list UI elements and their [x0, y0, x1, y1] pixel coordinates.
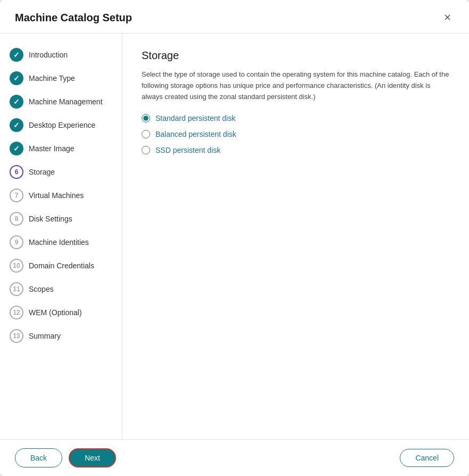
- step-icon-completed-introduction: ✓: [10, 48, 23, 62]
- step-icon-pending-virtual-machines: 7: [10, 188, 23, 202]
- sidebar-label-machine-type: Machine Type: [29, 74, 75, 83]
- sidebar-item-introduction[interactable]: ✓Introduction: [0, 43, 122, 67]
- sidebar-item-storage[interactable]: 6Storage: [0, 160, 122, 184]
- step-icon-pending-domain-credentials: 10: [10, 259, 23, 273]
- sidebar-label-virtual-machines: Virtual Machines: [29, 191, 84, 200]
- sidebar-item-virtual-machines[interactable]: 7Virtual Machines: [0, 184, 122, 207]
- storage-radio-balanced[interactable]: [142, 130, 150, 138]
- sidebar-label-domain-credentials: Domain Credentials: [29, 261, 94, 270]
- sidebar-label-summary: Summary: [29, 332, 61, 340]
- storage-label-standard: Standard persistent disk: [155, 114, 235, 122]
- sidebar-label-master-image: Master Image: [29, 144, 75, 153]
- sidebar-item-master-image[interactable]: ✓Master Image: [0, 137, 122, 160]
- back-button[interactable]: Back: [15, 448, 62, 467]
- dialog-footer: Back Next Cancel: [0, 439, 469, 476]
- step-icon-pending-machine-identities: 9: [10, 235, 23, 249]
- sidebar-label-scopes: Scopes: [29, 285, 54, 293]
- dialog-container: Machine Catalog Setup × ✓Introduction✓Ma…: [0, 0, 469, 476]
- storage-option-standard[interactable]: Standard persistent disk: [142, 114, 450, 122]
- sidebar-label-machine-identities: Machine Identities: [29, 238, 89, 247]
- sidebar-label-desktop-experience: Desktop Experience: [29, 121, 95, 129]
- sidebar-label-machine-management: Machine Management: [29, 97, 103, 106]
- storage-description: Select the type of storage used to conta…: [142, 69, 450, 102]
- step-icon-pending-summary: 13: [10, 329, 23, 343]
- step-icon-completed-master-image: ✓: [10, 142, 23, 155]
- sidebar-item-machine-management[interactable]: ✓Machine Management: [0, 90, 122, 113]
- sidebar-item-domain-credentials[interactable]: 10Domain Credentials: [0, 254, 122, 277]
- footer-left: Back Next: [15, 448, 116, 467]
- dialog-title: Machine Catalog Setup: [15, 12, 132, 24]
- sidebar-label-disk-settings: Disk Settings: [29, 215, 72, 223]
- sidebar-item-machine-type[interactable]: ✓Machine Type: [0, 67, 122, 90]
- step-icon-pending-disk-settings: 8: [10, 212, 23, 226]
- step-icon-completed-desktop-experience: ✓: [10, 118, 23, 132]
- sidebar-item-machine-identities[interactable]: 9Machine Identities: [0, 231, 122, 254]
- next-button[interactable]: Next: [69, 448, 116, 467]
- sidebar: ✓Introduction✓Machine Type✓Machine Manag…: [0, 34, 122, 439]
- storage-option-ssd[interactable]: SSD persistent disk: [142, 146, 450, 154]
- step-icon-completed-machine-management: ✓: [10, 95, 23, 109]
- step-icon-current-storage: 6: [10, 165, 23, 179]
- storage-label-balanced: Balanced persistent disk: [155, 130, 236, 138]
- step-icon-pending-wem-optional: 12: [10, 306, 23, 319]
- storage-option-balanced[interactable]: Balanced persistent disk: [142, 130, 450, 138]
- section-title: Storage: [142, 50, 450, 62]
- close-button[interactable]: ×: [441, 11, 454, 24]
- dialog-body: ✓Introduction✓Machine Type✓Machine Manag…: [0, 34, 469, 439]
- main-content: Storage Select the type of storage used …: [122, 34, 469, 439]
- sidebar-label-storage: Storage: [29, 168, 55, 176]
- dialog-header: Machine Catalog Setup ×: [0, 0, 469, 34]
- sidebar-item-desktop-experience[interactable]: ✓Desktop Experience: [0, 113, 122, 137]
- storage-label-ssd: SSD persistent disk: [155, 146, 220, 154]
- sidebar-item-disk-settings[interactable]: 8Disk Settings: [0, 207, 122, 231]
- sidebar-item-wem-optional[interactable]: 12WEM (Optional): [0, 301, 122, 324]
- sidebar-label-wem-optional: WEM (Optional): [29, 308, 82, 317]
- storage-radio-ssd[interactable]: [142, 146, 150, 154]
- storage-options: Standard persistent diskBalanced persist…: [142, 114, 450, 154]
- step-icon-pending-scopes: 11: [10, 282, 23, 296]
- sidebar-item-summary[interactable]: 13Summary: [0, 324, 122, 348]
- step-icon-completed-machine-type: ✓: [10, 71, 23, 85]
- cancel-button[interactable]: Cancel: [400, 449, 454, 467]
- sidebar-label-introduction: Introduction: [29, 51, 68, 59]
- sidebar-item-scopes[interactable]: 11Scopes: [0, 277, 122, 301]
- storage-radio-standard[interactable]: [142, 114, 150, 122]
